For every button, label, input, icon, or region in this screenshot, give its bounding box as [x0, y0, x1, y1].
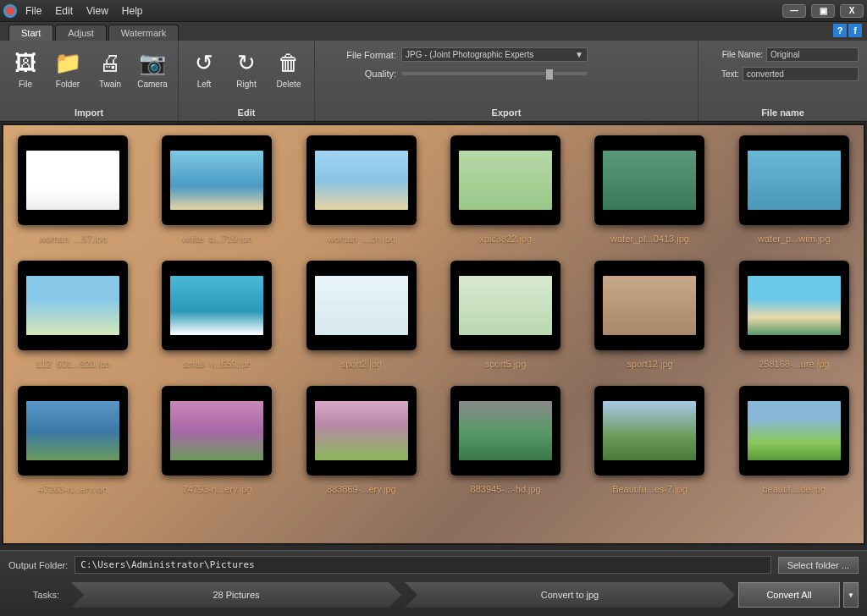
edit-group-label: Edit: [187, 106, 306, 119]
output-folder-label: Output Folder:: [8, 560, 68, 570]
thumbnail-label: sport12.jpg: [627, 359, 672, 369]
thumbnail-image: [748, 401, 841, 460]
menu-view[interactable]: View: [86, 5, 108, 17]
thumbnail-item: sport2.jpg: [302, 261, 421, 369]
import-group-label: Import: [8, 106, 169, 119]
thumbnail-label: sport2.jpg: [341, 359, 382, 369]
thumbnail[interactable]: [162, 386, 272, 476]
thumbnail-item: 258168-...ure.jpg: [735, 261, 853, 369]
thumbnail[interactable]: [594, 261, 704, 350]
convert-all-button[interactable]: Convert All: [738, 582, 840, 608]
quality-slider[interactable]: [401, 72, 588, 75]
thumbnail[interactable]: [450, 261, 561, 350]
tab-watermark[interactable]: Watermark: [108, 25, 179, 41]
main-menu: File Edit View Help: [25, 5, 143, 17]
thumbnail-label: water_pl...0413.jpg: [610, 234, 689, 244]
format-select[interactable]: JPG - (Joint Photographic Experts ▼: [401, 47, 588, 62]
thumbnail[interactable]: [18, 386, 128, 476]
trash-icon: 🗑: [273, 47, 304, 78]
maximize-button[interactable]: ▣: [811, 4, 835, 18]
import-camera-button[interactable]: 📷 Camera: [135, 46, 169, 106]
ribbon-group-filename: File Name: Original Text: File name: [698, 41, 867, 121]
thumbnail-image: [459, 151, 552, 210]
thumbnail[interactable]: [739, 135, 849, 225]
thumbnail-item: sport12.jpg: [590, 261, 709, 369]
thumbnail-image: [170, 276, 263, 335]
ribbon-group-import: 🖼 File 📁 Folder 🖨 Twain 📷 Camera Import: [0, 41, 179, 121]
footer: Output Folder: C:\Users\Administrator\Pi…: [0, 550, 867, 616]
thumbnail[interactable]: [162, 135, 272, 225]
thumbnail-item: Beautifu...es-7.jpg: [590, 386, 709, 494]
export-group-label: Export: [325, 106, 688, 119]
minimize-button[interactable]: —: [782, 4, 806, 18]
scanner-icon: 🖨: [95, 47, 125, 78]
thumbnail-item: 112_501...920.jpg: [14, 261, 132, 369]
thumbnail-label: 883869-...ery.jpg: [327, 484, 396, 494]
menu-file[interactable]: File: [25, 5, 41, 17]
thumbnail-image: [603, 276, 696, 335]
output-path-field[interactable]: C:\Users\Administrator\Pictures: [75, 556, 770, 574]
task-step-count: 28 Pictures: [71, 582, 401, 608]
tab-start[interactable]: Start: [8, 25, 53, 41]
thumbnail-gallery: woman_...97.jpgwhite_b...719.jpgwoman_..…: [2, 124, 865, 545]
thumbnail-item: 883869-...ery.jpg: [302, 386, 421, 494]
rotate-left-button[interactable]: ↺ Left: [187, 46, 221, 106]
thumbnail[interactable]: [18, 135, 128, 225]
menu-help[interactable]: Help: [122, 5, 143, 17]
thumbnail[interactable]: [739, 261, 849, 350]
ribbon-group-edit: ↺ Left ↻ Right 🗑 Delete Edit: [179, 41, 315, 121]
delete-button[interactable]: 🗑 Delete: [272, 46, 306, 106]
chevron-down-icon: ▼: [575, 50, 583, 59]
facebook-icon[interactable]: f: [848, 24, 862, 37]
thumbnail-label: white_b...719.jpg: [182, 234, 252, 244]
app-icon: [3, 4, 17, 18]
thumbnail-item: sport5.jpg: [446, 261, 565, 369]
task-step-format: Convert to jpg: [405, 582, 735, 608]
thumbnail-item: water_p...wim.jpg: [735, 135, 853, 244]
filename-select[interactable]: Original: [766, 47, 859, 62]
menu-edit[interactable]: Edit: [55, 5, 73, 17]
filename-label: File Name:: [707, 50, 766, 59]
quality-label: Quality:: [325, 69, 401, 79]
close-button[interactable]: X: [840, 4, 864, 18]
ribbon-group-export: File Format: JPG - (Joint Photographic E…: [315, 41, 698, 121]
thumbnail[interactable]: [306, 261, 417, 350]
thumbnail-image: [603, 151, 696, 210]
thumbnail[interactable]: [594, 135, 704, 225]
import-folder-button[interactable]: 📁 Folder: [51, 46, 85, 106]
thumbnail[interactable]: [306, 135, 417, 225]
help-icon[interactable]: ?: [833, 24, 847, 37]
text-input[interactable]: [743, 67, 859, 81]
thumbnail[interactable]: [162, 261, 272, 350]
thumbnail-item: woman_...97.jpg: [14, 135, 132, 244]
thumbnail-label: woman_...97.jpg: [39, 234, 108, 244]
thumbnail-image: [170, 151, 263, 210]
select-folder-button[interactable]: Select folder ...: [778, 557, 859, 574]
thumbnail[interactable]: [450, 135, 561, 225]
import-twain-button[interactable]: 🖨 Twain: [93, 46, 127, 106]
thumbnail-item: 883945-...-hd.jpg: [446, 386, 565, 494]
convert-dropdown-button[interactable]: ▼: [843, 582, 859, 608]
thumbnail[interactable]: [594, 386, 704, 476]
thumbnail-item: water_pl...0413.jpg: [590, 135, 709, 244]
tasks-label: Tasks:: [8, 590, 68, 600]
tab-adjust[interactable]: Adjust: [55, 25, 107, 41]
thumbnail[interactable]: [739, 386, 849, 476]
thumbnail-label: 112_501...920.jpg: [36, 359, 110, 369]
thumbnail-label: water_p...wim.jpg: [758, 234, 831, 244]
thumbnail-item: 47263-n...ery.jpg: [14, 386, 132, 494]
thumbnail-item: xpic3822.jpg: [446, 135, 565, 244]
thumbnail[interactable]: [18, 261, 128, 350]
thumbnail[interactable]: [306, 386, 417, 476]
thumbnail-image: [459, 276, 552, 335]
ribbon: 🖼 File 📁 Folder 🖨 Twain 📷 Camera Import …: [0, 41, 867, 122]
thumbnail[interactable]: [450, 386, 561, 476]
rotate-right-button[interactable]: ↻ Right: [229, 46, 263, 106]
thumbnail-image: [315, 151, 408, 210]
thumbnail-image: [26, 401, 119, 460]
camera-icon: 📷: [137, 47, 168, 78]
thumbnail-image: [315, 276, 408, 335]
import-file-button[interactable]: 🖼 File: [8, 46, 42, 106]
thumbnail-label: 883945-...-hd.jpg: [471, 484, 541, 494]
thumbnail-item: white_b...719.jpg: [157, 135, 276, 244]
